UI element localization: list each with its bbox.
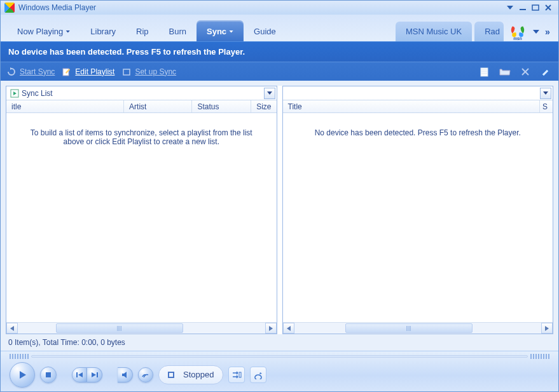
new-list-icon[interactable] [478, 66, 491, 78]
next-button[interactable] [87, 367, 102, 382]
sync-list-dropdown[interactable]: Sync List [6, 86, 277, 100]
fullscreen-button[interactable] [250, 367, 266, 383]
setup-sync-button[interactable]: Set up Sync [122, 67, 176, 76]
play-button[interactable] [10, 362, 35, 388]
sync-toolbar: Start Sync Edit Playlist Set up Sync [1, 62, 558, 81]
properties-icon[interactable] [539, 66, 552, 78]
tab-sync[interactable]: Sync [197, 20, 244, 41]
tab-radio[interactable]: Rad [474, 22, 504, 41]
scroll-right-button[interactable] [541, 323, 553, 334]
stop-button[interactable] [40, 367, 57, 383]
svg-marker-21 [20, 371, 26, 379]
svg-marker-29 [259, 372, 262, 374]
right-column-headers: Title S [283, 100, 553, 113]
device-dropdown[interactable] [283, 86, 553, 100]
scroll-track[interactable] [18, 323, 265, 334]
status-line: 0 Item(s), Total Time: 0:00, 0 bytes [1, 334, 558, 351]
window-title: Windows Media Player [18, 3, 96, 12]
svg-rect-2 [532, 5, 539, 10]
svg-marker-7 [10, 67, 13, 70]
volume-slider[interactable] [138, 367, 153, 382]
scroll-left-button[interactable] [283, 323, 294, 334]
minimize-button[interactable] [516, 3, 529, 13]
seek-markers-right [530, 354, 549, 359]
svg-text:msn: msn [513, 36, 521, 41]
device-pane: Title S No device has been detected. Pre… [282, 86, 554, 334]
player-controls: Stopped [1, 351, 558, 391]
dropdown-toggle[interactable] [264, 88, 275, 99]
sync-icon [7, 67, 16, 76]
close-button[interactable] [542, 3, 555, 13]
svg-marker-0 [507, 6, 513, 10]
scroll-right-button[interactable] [265, 323, 277, 334]
info-message-bar: No device has been detected. Press F5 to… [1, 41, 558, 62]
chevron-down-icon [66, 30, 70, 33]
svg-rect-23 [76, 372, 78, 377]
app-window: Windows Media Player Now Playing Library… [0, 0, 559, 392]
col-size[interactable]: S [540, 100, 553, 112]
prev-next-group [72, 367, 102, 382]
svg-rect-9 [123, 69, 130, 75]
svg-marker-19 [287, 326, 291, 331]
svg-marker-27 [122, 372, 127, 378]
dropdown-toggle[interactable] [540, 88, 551, 99]
titlebar: Windows Media Player [1, 1, 558, 15]
open-folder-icon[interactable] [499, 66, 511, 78]
svg-rect-22 [46, 372, 51, 377]
seek-track[interactable] [31, 355, 528, 358]
start-sync-button[interactable]: Start Sync [7, 67, 55, 76]
left-column-headers: itle Artist Status Size [6, 100, 277, 113]
col-title[interactable]: itle [6, 100, 124, 112]
col-artist[interactable]: Artist [124, 100, 192, 112]
right-scrollbar[interactable] [283, 322, 553, 334]
left-pane-message: To build a list of items to synchronize,… [6, 113, 277, 322]
left-scrollbar[interactable] [6, 322, 277, 334]
svg-marker-24 [78, 372, 83, 377]
stopped-icon [168, 372, 174, 378]
volume-group [118, 367, 133, 382]
tab-label: Now Playing [17, 27, 63, 36]
svg-rect-26 [97, 372, 98, 377]
svg-marker-6 [533, 30, 539, 34]
scroll-thumb[interactable] [56, 323, 183, 333]
scroll-thumb[interactable] [345, 323, 473, 333]
svg-marker-16 [10, 326, 14, 331]
col-status[interactable]: Status [192, 100, 251, 112]
app-logo-icon [4, 3, 15, 13]
sync-workspace: Sync List itle Artist Status Size To bui… [6, 86, 553, 334]
seek-markers-left [10, 354, 29, 359]
edit-icon [62, 67, 71, 76]
delete-icon[interactable] [519, 66, 532, 78]
tab-burn[interactable]: Burn [159, 20, 197, 41]
tab-msn-music[interactable]: MSN Music UK [396, 22, 472, 41]
settings-icon [122, 67, 131, 76]
scroll-left-button[interactable] [6, 323, 18, 334]
caret-down-icon[interactable] [504, 3, 516, 13]
tab-now-playing[interactable]: Now Playing [7, 20, 80, 41]
tab-library[interactable]: Library [80, 20, 126, 41]
shuffle-button[interactable] [228, 367, 245, 383]
chevron-down-button[interactable] [532, 26, 541, 37]
sync-list-pane: Sync List itle Artist Status Size To bui… [6, 86, 277, 334]
svg-marker-18 [543, 91, 548, 95]
col-size[interactable]: Size [251, 100, 276, 112]
playlist-icon [10, 89, 19, 98]
svg-rect-1 [520, 9, 526, 10]
mute-button[interactable] [118, 367, 133, 382]
col-title[interactable]: Title [283, 100, 541, 112]
tab-guide[interactable]: Guide [244, 20, 286, 41]
edit-playlist-button[interactable]: Edit Playlist [62, 67, 114, 76]
overflow-button[interactable]: » [543, 26, 552, 37]
chevron-down-icon [229, 30, 233, 33]
previous-button[interactable] [72, 367, 87, 382]
main-tabs: Now Playing Library Rip Burn Sync Guide … [1, 15, 558, 41]
svg-marker-25 [92, 372, 96, 377]
svg-marker-15 [267, 91, 272, 95]
seek-bar[interactable] [10, 354, 549, 359]
scroll-track[interactable] [294, 323, 542, 334]
status-text: Stopped [183, 370, 214, 379]
maximize-button[interactable] [529, 3, 542, 13]
tab-rip[interactable]: Rip [126, 20, 159, 41]
msn-butterfly-icon: msn [509, 23, 527, 41]
playback-status: Stopped [158, 365, 223, 384]
